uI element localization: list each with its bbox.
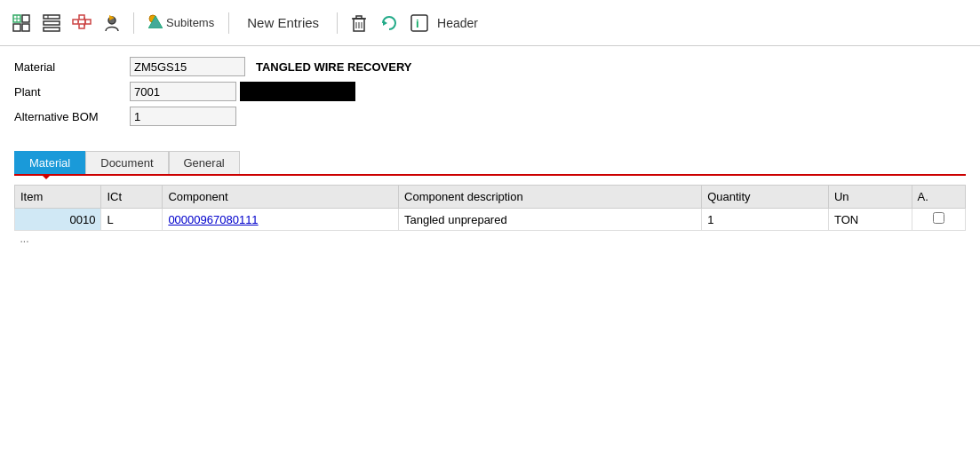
svg-text:i: i: [416, 17, 419, 30]
plant-name-redacted: [240, 82, 355, 101]
subitems-triangle-icon: [148, 14, 163, 31]
table-header-row: Item ICt Component Component description…: [15, 186, 966, 209]
tab-general[interactable]: General: [169, 151, 240, 174]
alt-bom-row: Alternative BOM: [14, 107, 966, 126]
separator-3: [337, 12, 338, 34]
svg-rect-8: [44, 28, 60, 31]
alt-bom-label: Alternative BOM: [14, 110, 130, 123]
material-label: Material: [14, 60, 130, 74]
row-checkbox[interactable]: [933, 212, 944, 224]
list-view-icon[interactable]: [39, 11, 64, 36]
toolbar: Subitems New Entries i Header: [0, 0, 980, 46]
plant-input[interactable]: [130, 82, 236, 101]
tabs-area: Material Document General: [0, 137, 980, 176]
delete-icon[interactable]: [347, 11, 371, 36]
svg-rect-12: [79, 24, 84, 28]
tab-document[interactable]: Document: [85, 151, 168, 174]
svg-line-15: [84, 17, 85, 21]
cell-un: TON: [828, 209, 912, 231]
col-component: Component: [163, 186, 399, 209]
cell-ict: L: [101, 209, 163, 231]
new-entries-label: New Entries: [247, 15, 319, 30]
svg-rect-7: [44, 21, 60, 25]
material-input[interactable]: [130, 57, 245, 76]
col-item: Item: [15, 186, 101, 209]
plant-label: Plant: [14, 85, 130, 99]
col-ict: ICt: [101, 186, 163, 209]
subitems-button[interactable]: Subitems: [143, 12, 219, 33]
svg-line-16: [84, 21, 85, 26]
table-view-icon[interactable]: [9, 11, 34, 36]
material-row: Material TANGLED WIRE RECOVERY: [14, 57, 966, 76]
svg-rect-10: [73, 20, 78, 24]
table-row[interactable]: 0010 L 00000967080111 Tangled unprepared…: [15, 209, 966, 231]
cell-quantity: 1: [702, 209, 829, 231]
col-component-desc: Component description: [399, 186, 702, 209]
refresh-icon[interactable]: [377, 11, 402, 36]
cell-a[interactable]: [912, 209, 966, 231]
info-icon[interactable]: i: [407, 11, 432, 36]
dots-cell: ...: [15, 231, 966, 248]
alt-bom-input[interactable]: [130, 107, 236, 126]
cell-item: 0010: [15, 209, 101, 231]
table-row-dots: ...: [15, 231, 966, 248]
col-un: Un: [828, 186, 912, 209]
svg-rect-5: [22, 24, 29, 31]
person-icon[interactable]: [100, 11, 124, 36]
tab-indicator: [41, 174, 52, 179]
svg-rect-23: [356, 16, 362, 19]
svg-rect-28: [411, 15, 427, 31]
svg-rect-13: [85, 20, 91, 24]
form-area: Material TANGLED WIRE RECOVERY Plant Alt…: [0, 46, 980, 137]
separator-1: [133, 12, 134, 34]
tabs-bottom-line: [14, 174, 966, 176]
svg-marker-27: [383, 20, 387, 26]
separator-2: [228, 12, 229, 34]
cell-component[interactable]: 00000967080111: [163, 209, 399, 231]
new-entries-button[interactable]: New Entries: [238, 15, 328, 30]
col-a: A.: [912, 186, 966, 209]
svg-rect-6: [44, 15, 60, 19]
material-description: TANGLED WIRE RECOVERY: [256, 60, 412, 74]
svg-rect-4: [13, 24, 20, 31]
table-area: Item ICt Component Component description…: [0, 176, 980, 247]
header-label[interactable]: Header: [437, 16, 478, 30]
tabs-row: Material Document General: [14, 151, 966, 174]
tab-material[interactable]: Material: [14, 151, 85, 174]
cell-component-desc: Tangled unprepared: [399, 209, 702, 231]
col-quantity: Quantity: [702, 186, 829, 209]
plant-row: Plant: [14, 82, 966, 101]
svg-rect-1: [22, 15, 29, 22]
bom-table: Item ICt Component Component description…: [14, 185, 966, 247]
subitems-label: Subitems: [166, 16, 214, 29]
svg-rect-11: [79, 15, 84, 20]
structure-icon[interactable]: [69, 11, 94, 36]
